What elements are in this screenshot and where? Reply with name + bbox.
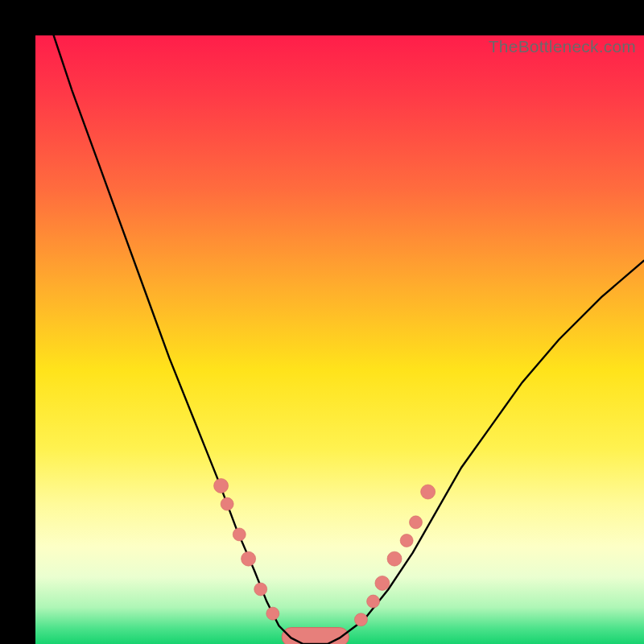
bottleneck-curve [54, 35, 644, 644]
curve-marker [367, 595, 380, 608]
curve-marker [242, 551, 256, 566]
curve-marker [354, 613, 367, 626]
curve-marker [387, 551, 402, 566]
curve-marker [375, 576, 390, 590]
curve-marker [410, 516, 423, 529]
curve-marker [214, 478, 229, 493]
curve-marker [266, 607, 279, 620]
curve-marker [254, 583, 267, 596]
svg-rect-1 [282, 628, 349, 644]
curve-marker [221, 497, 233, 510]
chart-frame: TheBottleneck.com [0, 0, 644, 644]
curve-marker [400, 534, 413, 547]
plot-area: TheBottleneck.com [35, 35, 644, 644]
curve-marker [233, 528, 246, 541]
chart-svg [35, 35, 644, 644]
bottom-marker-band [282, 628, 349, 644]
curve-markers [214, 478, 436, 625]
curve-marker [421, 485, 436, 499]
